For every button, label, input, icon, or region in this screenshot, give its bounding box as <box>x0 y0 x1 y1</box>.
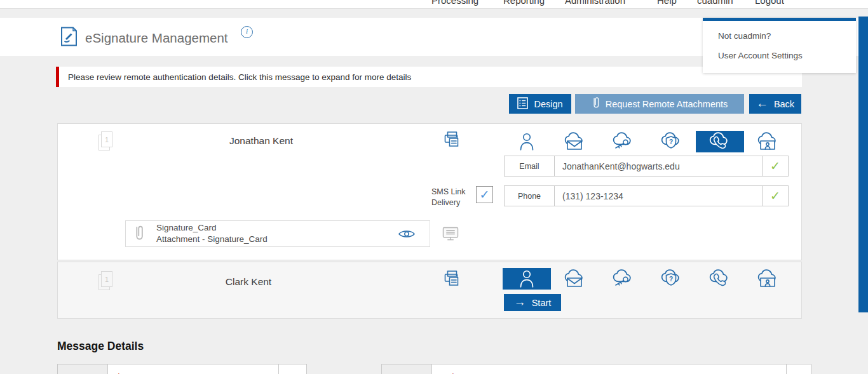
menu-item-user-account-settings[interactable]: User Account Settings <box>703 46 856 65</box>
document-count-icon[interactable]: 1 <box>98 131 115 151</box>
nav-reporting[interactable]: Reporting <box>503 0 545 6</box>
design-button-label: Design <box>534 99 562 109</box>
request-remote-attachments-button[interactable]: Request Remote Attachments <box>575 94 744 114</box>
nav-help[interactable]: Help <box>657 0 677 6</box>
request-remote-attachments-label: Request Remote Attachments <box>606 99 728 109</box>
auth-phone-cloud-icon[interactable] <box>696 268 744 290</box>
sms-link-delivery-checkbox[interactable]: ✓ <box>476 186 493 203</box>
svg-text:?: ? <box>669 138 673 145</box>
start-button[interactable]: → Start <box>504 294 561 311</box>
required-mark: * <box>117 371 121 374</box>
print-icon[interactable] <box>444 270 461 289</box>
auth-security-question-cloud-icon[interactable]: ? <box>648 131 696 152</box>
nav-cuadmin[interactable]: cuadmin <box>697 0 733 6</box>
check-icon: ✓ <box>770 159 780 173</box>
auth-id-card-cloud-icon[interactable] <box>744 268 792 290</box>
auth-method-row: ? <box>503 268 792 290</box>
recipient-card-jonathan-kent: 1 Jonathan Kent <box>57 123 802 260</box>
auth-email-cloud-icon[interactable] <box>551 131 599 152</box>
message-field-1-stepper[interactable] <box>278 364 307 374</box>
auth-security-question-cloud-icon[interactable]: ? <box>648 268 696 290</box>
esignature-page: Processing Reporting Administration Help… <box>0 0 868 374</box>
auth-phone-cloud-icon[interactable] <box>696 131 744 152</box>
check-icon: ✓ <box>480 187 490 202</box>
email-field-row: Email ✓ <box>504 156 789 177</box>
back-arrow-icon: ← <box>756 97 768 109</box>
top-nav: Processing Reporting Administration Help… <box>0 0 868 9</box>
recipient-card-clark-kent: 1 Clark Kent <box>57 262 802 319</box>
page-title: eSignature Management <box>85 18 228 56</box>
paperclip-icon <box>133 225 144 245</box>
email-label: Email <box>504 156 555 177</box>
message-field-2-input[interactable]: * <box>431 364 787 374</box>
nav-administration[interactable]: Administration <box>565 0 625 6</box>
start-button-label: Start <box>532 298 552 308</box>
email-valid-check: ✓ <box>762 156 789 177</box>
sms-link-delivery-label: SMS Link Delivery <box>431 187 472 208</box>
back-button[interactable]: ← Back <box>749 94 801 114</box>
svg-text:?: ? <box>669 276 673 283</box>
document-count: 1 <box>105 136 109 144</box>
auth-in-person-icon[interactable] <box>503 131 551 152</box>
auth-method-row: ? <box>503 131 792 152</box>
attachment-name: Signature_Card <box>156 222 268 234</box>
attachment-text: Signature_Card Attachment - Signature_Ca… <box>156 222 268 245</box>
attachment-description: Attachment - Signature_Card <box>156 234 268 245</box>
message-field-2-valid-check: ✓ <box>786 364 811 374</box>
paperclip-icon <box>592 97 600 112</box>
check-icon: ✓ <box>770 189 780 203</box>
phone-valid-check: ✓ <box>762 185 789 206</box>
auth-in-person-icon[interactable] <box>503 268 551 290</box>
esignature-doc-icon <box>60 27 78 49</box>
menu-item-not-cuadmin[interactable]: Not cuadmin? <box>703 26 856 46</box>
info-icon[interactable]: i <box>241 26 253 38</box>
message-field-1-label <box>57 364 108 374</box>
message-field-2-label <box>381 364 432 374</box>
message-field-1-input[interactable]: * <box>107 364 279 374</box>
sms-label-line2: Delivery <box>431 198 460 207</box>
user-menu-dropdown: Not cuadmin? User Account Settings <box>703 18 856 73</box>
phone-input[interactable] <box>554 185 763 206</box>
document-count: 1 <box>105 276 109 283</box>
message-details-heading: Message Details <box>57 340 144 353</box>
design-button[interactable]: Design <box>509 94 571 114</box>
nav-logout[interactable]: Logout <box>755 0 784 6</box>
document-count-icon[interactable]: 1 <box>98 271 115 291</box>
attachment-row: Signature_Card Attachment - Signature_Ca… <box>125 220 430 247</box>
message-field-row-2: * ✓ <box>381 364 811 374</box>
alert-message: Please review remote authentication deta… <box>68 72 411 82</box>
auth-password-cloud-icon[interactable] <box>599 268 648 290</box>
phone-field-row: Phone ✓ <box>504 185 789 206</box>
print-icon[interactable] <box>444 131 461 150</box>
auth-id-card-cloud-icon[interactable] <box>744 131 792 152</box>
back-button-label: Back <box>774 99 794 109</box>
alert-banner[interactable]: Please review remote authentication deta… <box>56 67 802 87</box>
recipient-name: Jonathan Kent <box>159 135 363 147</box>
auth-email-cloud-icon[interactable] <box>551 268 599 290</box>
preview-eye-icon[interactable] <box>398 229 416 242</box>
display-monitor-icon[interactable] <box>442 227 459 244</box>
sms-label-line1: SMS Link <box>431 187 466 196</box>
design-form-icon <box>517 97 528 111</box>
message-field-row-1: * <box>57 364 307 374</box>
start-arrow-icon: → <box>514 296 526 308</box>
required-mark: * <box>451 371 455 374</box>
phone-label: Phone <box>504 185 555 206</box>
recipient-name: Clark Kent <box>147 276 350 288</box>
email-input[interactable] <box>554 156 763 177</box>
scrollbar[interactable] <box>858 17 868 312</box>
nav-processing[interactable]: Processing <box>431 0 478 6</box>
auth-password-cloud-icon[interactable] <box>599 131 648 152</box>
